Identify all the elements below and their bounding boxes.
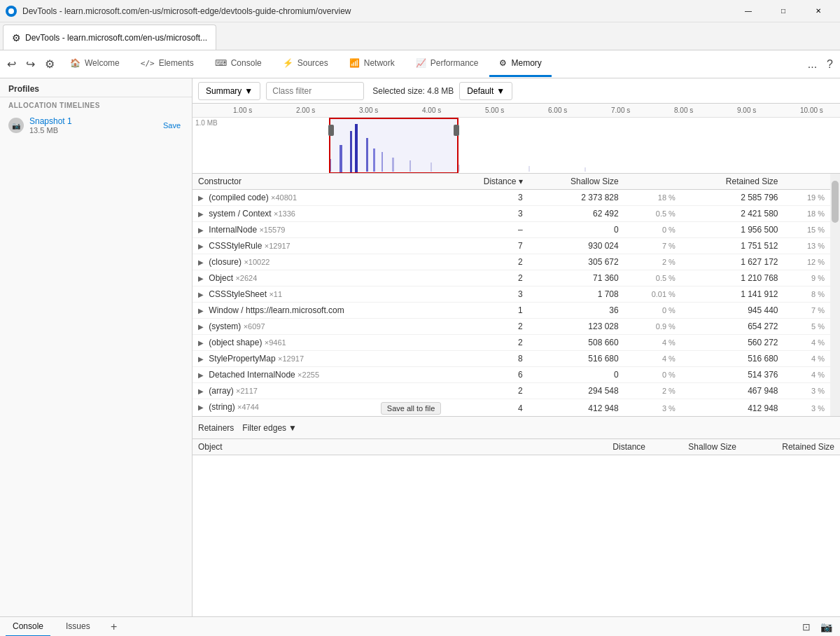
cell-shallow-pct: 0 % (624, 222, 681, 238)
cell-shallow-pct: 3 % (624, 399, 681, 417)
expand-icon[interactable]: ▶ (198, 387, 204, 395)
cell-distance: 4 (447, 399, 528, 417)
expand-icon[interactable]: ▶ (198, 339, 204, 347)
back-button[interactable]: ↩ (3, 55, 20, 74)
constructor-name: Window / https://learn.microsoft.com (209, 305, 344, 315)
dock-button[interactable]: ⊡ (798, 618, 815, 635)
snapshot-size: 13.5 MB (29, 126, 155, 134)
tab-network[interactable]: 📶 Network (340, 52, 405, 77)
table-row[interactable]: ▶ (array) ×2117 2 294 548 2 % 467 948 3 … (192, 383, 830, 399)
cell-constructor: ▶ StylePropertyMap ×12917 (192, 351, 447, 367)
settings-button[interactable]: ⚙ (41, 55, 59, 74)
expand-icon[interactable]: ▶ (198, 258, 204, 266)
count-label: ×15579 (259, 226, 285, 234)
selection-handle-left[interactable] (328, 125, 334, 136)
cell-retained-pct: 4 % (784, 367, 830, 383)
bottom-tab-console[interactable]: Console (6, 617, 50, 637)
tab-elements[interactable]: </> Elements (131, 52, 204, 77)
constructor-name: Object (209, 273, 233, 283)
cell-retained-size: 1 210 768 (681, 270, 784, 286)
expand-icon[interactable]: ▶ (198, 226, 204, 234)
table-row[interactable]: ▶ (string) ×4744 Save all to file 4 412 … (192, 399, 830, 417)
table-row[interactable]: ▶ CSSStyleSheet ×11 3 1 708 0.01 % 1 141… (192, 286, 830, 303)
help-button[interactable]: ? (822, 55, 837, 74)
screenshot-button[interactable]: 📷 (818, 618, 834, 635)
selection-handle-right[interactable] (454, 125, 459, 136)
timeline-selection[interactable] (329, 118, 458, 174)
expand-icon[interactable]: ▶ (198, 403, 204, 411)
cell-shallow-size: 516 680 (528, 351, 624, 367)
cell-shallow-pct: 0.5 % (624, 206, 681, 222)
count-label: ×9461 (265, 338, 286, 347)
table-container[interactable]: Constructor Distance ▾ Shallow Size Reta… (192, 174, 830, 416)
cell-retained-pct: 8 % (784, 286, 830, 303)
maximize-button[interactable]: □ (767, 0, 799, 22)
cell-constructor: ▶ Detached InternalNode ×2255 (192, 367, 447, 383)
col-distance[interactable]: Distance ▾ (447, 174, 528, 190)
table-row[interactable]: ▶ Detached InternalNode ×2255 6 0 0 % 51… (192, 367, 830, 383)
expand-icon[interactable]: ▶ (198, 194, 204, 202)
title-bar: DevTools - learn.microsoft.com/en-us/mic… (0, 0, 840, 22)
ruler-3s: 3.00 s (359, 106, 378, 114)
tab-memory[interactable]: ⚙ Memory (489, 52, 551, 77)
table-row[interactable]: ▶ system / Context ×1336 3 62 492 0.5 % … (192, 206, 830, 222)
default-button[interactable]: Default ▼ (459, 82, 512, 100)
cell-constructor: ▶ (system) ×6097 (192, 319, 447, 335)
cell-shallow-size: 71 360 (528, 270, 624, 286)
network-icon: 📶 (349, 58, 360, 68)
expand-icon[interactable]: ▶ (198, 371, 204, 379)
cell-constructor: ▶ Object ×2624 (192, 270, 447, 286)
save-snapshot-button[interactable]: Save (160, 120, 183, 131)
cell-constructor: ▶ (string) ×4744 Save all to file (192, 399, 447, 417)
browser-tab-devtools[interactable]: ⚙ DevTools - learn.microsoft.com/en-us/m… (3, 25, 216, 50)
tab-sources[interactable]: ⚡ Sources (273, 52, 338, 77)
summary-button[interactable]: Summary ▼ (198, 82, 260, 100)
save-all-button[interactable]: Save all to file (381, 402, 441, 415)
tab-performance[interactable]: 📈 Performance (406, 52, 489, 77)
expand-icon[interactable]: ▶ (198, 355, 204, 363)
table-row[interactable]: ▶ Object ×2624 2 71 360 0.5 % 1 210 768 … (192, 270, 830, 286)
cell-retained-size: 514 376 (681, 367, 784, 383)
cell-shallow-pct: 2 % (624, 254, 681, 270)
table-row[interactable]: ▶ StylePropertyMap ×12917 8 516 680 4 % … (192, 351, 830, 367)
expand-icon[interactable]: ▶ (198, 275, 204, 282)
table-row[interactable]: ▶ InternalNode ×15579 – 0 0 % 1 956 500 … (192, 222, 830, 238)
expand-icon[interactable]: ▶ (198, 291, 204, 298)
bottom-tab-issues[interactable]: Issues (59, 617, 97, 637)
table-row[interactable]: ▶ Window / https://learn.microsoft.com 1… (192, 303, 830, 319)
expand-icon[interactable]: ▶ (198, 323, 204, 331)
expand-icon[interactable]: ▶ (198, 307, 204, 314)
cell-shallow-pct: 2 % (624, 383, 681, 399)
cell-retained-size: 1 141 912 (681, 286, 784, 303)
filter-edges-button[interactable]: Filter edges ▼ (242, 423, 297, 433)
table-row[interactable]: ▶ (object shape) ×9461 2 508 660 4 % 560… (192, 335, 830, 351)
welcome-icon: 🏠 (70, 58, 80, 68)
cell-retained-pct: 19 % (784, 190, 830, 206)
scrollbar-thumb[interactable] (832, 181, 839, 223)
cell-constructor: ▶ (array) ×2117 (192, 383, 447, 399)
close-button[interactable]: ✕ (802, 0, 834, 22)
forward-button[interactable]: ↪ (22, 55, 39, 74)
more-tools-button[interactable]: ... (804, 55, 821, 74)
table-row[interactable]: ▶ (closure) ×10022 2 305 672 2 % 1 627 1… (192, 254, 830, 270)
count-label: ×40801 (271, 193, 297, 202)
expand-icon[interactable]: ▶ (198, 242, 204, 250)
tab-welcome[interactable]: 🏠 Welcome (60, 52, 130, 77)
minimize-button[interactable]: — (732, 0, 764, 22)
selected-size-label: Selected size: 4.8 MB (372, 86, 454, 96)
table-row[interactable]: ▶ CSSStyleRule ×12917 7 930 024 7 % 1 75… (192, 238, 830, 254)
retainers-col-distance: Distance (581, 439, 651, 455)
table-row[interactable]: ▶ (compiled code) ×40801 3 2 373 828 18 … (192, 190, 830, 206)
cell-constructor: ▶ CSSStyleRule ×12917 (192, 238, 447, 254)
class-filter-input[interactable] (266, 82, 364, 100)
tab-label: DevTools - learn.microsoft.com/en-us/mic… (25, 33, 207, 43)
table-scrollbar[interactable] (830, 174, 840, 416)
count-label: ×1336 (274, 209, 295, 218)
cell-retained-pct: 4 % (784, 351, 830, 367)
cell-distance: 6 (447, 367, 528, 383)
snapshot-1-item[interactable]: 📷 Snapshot 1 13.5 MB Save (0, 112, 192, 139)
tab-console[interactable]: ⌨ Console (205, 52, 272, 77)
add-panel-button[interactable]: + (106, 618, 122, 635)
table-row[interactable]: ▶ (system) ×6097 2 123 028 0.9 % 654 272… (192, 319, 830, 335)
expand-icon[interactable]: ▶ (198, 210, 204, 218)
